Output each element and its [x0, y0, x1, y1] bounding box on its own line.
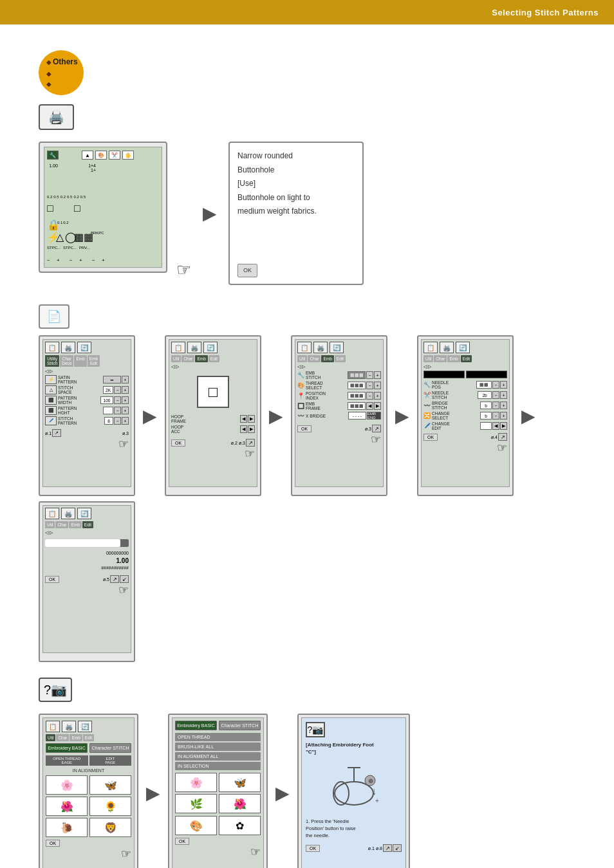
design-cell-9[interactable]: 🌿: [175, 794, 217, 813]
foot-instruction: 1. Press the 'Needle Position' button to…: [306, 818, 402, 840]
foot-main-screen: 📋 🖨️ 🔄 Util Char Emb Edit Embroidery BAS…: [39, 714, 138, 868]
top-bar: Selecting Stitch Patterns: [0, 0, 614, 24]
tab-emb-2[interactable]: Emb: [195, 355, 207, 362]
edit-row-3: 〰️ BRIDGESTITCH b − +: [423, 401, 507, 410]
design-cell-7[interactable]: 🌸: [175, 773, 217, 792]
page-title: Selecting Stitch Patterns: [492, 8, 599, 17]
emb-screen-1: 📋 🖨️ 🔄 UtilityStitch CharDeco Emb EmbEdi…: [39, 335, 135, 496]
emb-detail-row-5: 〰️ X BRIDGE - - - - EMB END: [297, 412, 381, 420]
tab-char-3[interactable]: Char: [56, 734, 69, 741]
arrow-right-4: ▶: [393, 405, 412, 427]
progress-bar: [45, 539, 129, 547]
foot-attach-row: 📋 🖨️ 🔄 Util Char Emb Edit Embroidery BAS…: [39, 714, 588, 868]
stitch-row-1: ⚡ SATINPATTERN ▪▪ +: [45, 375, 129, 384]
svg-text:↓: ↓: [371, 786, 377, 797]
design-cell-6[interactable]: 🦁: [89, 818, 131, 837]
section3-icon-row: ?📷: [39, 678, 588, 707]
design-cell-3[interactable]: 🌺: [46, 797, 88, 816]
foot-info-screen: ?📷 [Attaching Embroidery Foot"C"]: [297, 714, 410, 868]
ok-button-3[interactable]: OK: [297, 425, 312, 432]
stitch-sub: ###########: [101, 566, 129, 570]
others-circle-icon: ◆Others ◆ ◆: [39, 50, 84, 95]
arrow-right-7: ▶: [273, 782, 292, 804]
foot-attach-title: [Attaching Embroidery Foot"C"]: [306, 741, 402, 755]
others-header: ◆Others ◆ ◆: [39, 50, 588, 95]
emb-screen-5: 📋 🖨️ 🔄 Util Char Emb Edit ◁ ▷: [39, 501, 135, 662]
tab-utility-2[interactable]: Util: [171, 355, 181, 362]
emb-detail-row-2: 🎨 THREADSELECT ▦▦▦ − +: [297, 381, 381, 390]
edit-row-4: 🔀 CHANGESELECT b − +: [423, 411, 507, 420]
foot-cat-screen: Embroidery BASIC Character STITCH OPEN T…: [168, 714, 268, 868]
tab-edit-2[interactable]: Edit: [209, 355, 219, 362]
section1-screen-row: 🔧 ▲ 🎨 ✂️ 🖐️ 1.00 1+4 1+: [39, 142, 588, 285]
section2-screen-row: 📋 🖨️ 🔄 UtilityStitch CharDeco Emb EmbEdi…: [39, 335, 588, 662]
ok-button-4[interactable]: OK: [423, 434, 438, 441]
design-cell-4[interactable]: 🌻: [89, 797, 131, 816]
stitch-value: 1.00: [116, 557, 129, 564]
char-stitch-btn[interactable]: Character STITCH: [89, 743, 131, 753]
cat-alignment[interactable]: IN ALIGNMENT ALL: [175, 752, 261, 761]
main-content: ◆Others ◆ ◆ 🖨️ 🔧 ▲ 🎨 ✂️ 🖐️: [0, 24, 614, 868]
design-cell-11[interactable]: 🎨: [175, 816, 217, 835]
emb-screen-3: 📋 🖨️ 🔄 Util Char Emb Edit ◁ ▷ 🔧 EMBSTITC…: [291, 335, 387, 496]
emb-basic-btn[interactable]: Embroidery BASIC: [46, 743, 88, 753]
stitch-row-2: △ STITCHSPACE 2K − +: [45, 385, 129, 394]
ok-button-2[interactable]: OK: [171, 439, 185, 447]
tab-util-3[interactable]: Util: [46, 734, 55, 741]
document-icon: 📄: [39, 304, 70, 329]
arrow-right-1: ▶: [200, 203, 219, 224]
tab-char[interactable]: CharDeco: [60, 355, 73, 367]
emb-screen-2: 📋 🖨️ 🔄 Util Char Emb Edit ◁ ▷ □ HOOPF: [165, 335, 261, 496]
arrow-right-3: ▶: [266, 405, 286, 427]
edit-row-2: ✂️ NEEDLESTITCH 2b − +: [423, 391, 507, 400]
arrow-right-6: ▶: [144, 782, 163, 804]
tab-edit-3[interactable]: Edit: [83, 734, 94, 741]
edit-row-5: 🖊️ CHANGEEDIT ◀ ▶: [423, 421, 507, 430]
hoop-row-1: HOOPFRAME ◀ ▶: [171, 414, 255, 423]
ok-button-6[interactable]: OK: [46, 840, 60, 847]
emb-detail-row-4: 🔲 EMBFRAME ▦▦▦ ◀ ▶: [297, 402, 381, 411]
ok-button-7[interactable]: OK: [175, 838, 189, 845]
hand-cursor-icon: ☞: [176, 260, 191, 285]
foot-diagram: ⊕ ↓ +: [306, 761, 402, 813]
tab-emb-edit[interactable]: EmbEdit: [88, 355, 100, 367]
ok-button-1[interactable]: OK: [237, 264, 257, 277]
arrow-right-2: ▶: [140, 405, 160, 427]
arrow-right-5: ▶: [519, 405, 538, 427]
others-title: Others: [53, 57, 78, 66]
emb-screen-4: 📋 🖨️ 🔄 Util Char Emb Edit ◁ ▷ 🔧: [417, 335, 514, 496]
emb-detail-row-3: 📍 POSITIONINDEX ▦▦▦ − +: [297, 391, 381, 400]
svg-text:⊕: ⊕: [368, 777, 373, 784]
design-cell-2[interactable]: 🦋: [89, 775, 131, 795]
design-cell-8[interactable]: 🦋: [219, 773, 261, 792]
machine-screen-1: 🔧 ▲ 🎨 ✂️ 🖐️ 1.00 1+4 1+: [39, 142, 167, 273]
tab-char-2[interactable]: Char: [181, 355, 194, 362]
tab-emb-3[interactable]: Emb: [70, 734, 82, 741]
tab-emb[interactable]: Emb: [74, 355, 86, 367]
char-stitch-btn-2[interactable]: Character STITCH: [219, 721, 261, 730]
printer-icon: 🖨️: [39, 104, 74, 130]
stitch-row-3: ⬛ PATTERNWIDTH 100 − +: [45, 396, 129, 405]
cat-selection[interactable]: IN SELECTION: [175, 762, 261, 770]
cat-brushlike[interactable]: BRUSH-LIKE ALL: [175, 743, 261, 751]
edit-row-1: 🔧 NEEDLEPOS ▦▦ − +: [423, 380, 507, 389]
section1-icon-row: 🖨️: [39, 104, 588, 135]
emb-detail-row-1: 🔧 EMBSTITCH ▦▦▦ − +: [297, 371, 381, 380]
foot-icon: ?📷: [306, 722, 325, 737]
design-cell-5[interactable]: 🐌: [46, 818, 88, 837]
cat-open-thread[interactable]: OPEN THREAD: [175, 733, 261, 741]
design-cell-10[interactable]: 🌺: [219, 794, 261, 813]
ok-button-8[interactable]: OK: [306, 845, 320, 852]
svg-text:+: +: [375, 797, 379, 804]
hoop-icon: □: [197, 376, 229, 408]
info-panel-1: Narrow rounded Buttonhole [Use] Buttonho…: [228, 142, 364, 285]
hoop-row-2: HOOPACC ◀ ▶: [171, 425, 255, 434]
stitch-count: 000000000: [106, 551, 129, 555]
design-cell-1[interactable]: 🌸: [46, 775, 88, 795]
ok-button-5[interactable]: OK: [45, 576, 59, 583]
section2-icon-row: 📄: [39, 304, 588, 329]
emb-basic-btn-2[interactable]: Embroidery BASIC: [175, 721, 217, 730]
stitch-row-4: ⬛ PATTERNHGHT − +: [45, 406, 129, 415]
tab-utility[interactable]: UtilityStitch: [45, 355, 59, 367]
design-cell-12[interactable]: ✿: [219, 816, 261, 835]
